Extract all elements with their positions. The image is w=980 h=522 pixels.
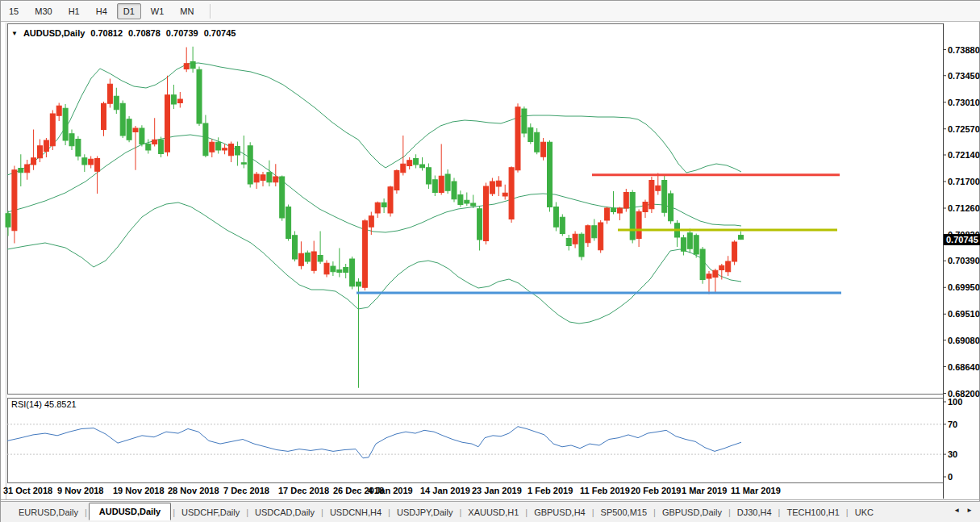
ohlc-high: 0.70878 xyxy=(128,28,161,38)
price-tick-label: 0.71260 xyxy=(948,203,980,213)
price-tick-label: 0.72140 xyxy=(948,150,980,160)
chart-symbol-label: AUDUSD,Daily xyxy=(23,28,85,38)
price-tick-label: 0.73450 xyxy=(948,71,980,81)
trading-app-window: 15M30H1H4D1W1MN ▼ AUDUSD,Daily 0.70812 0… xyxy=(0,0,980,522)
date-axis-label: 17 Dec 2018 xyxy=(278,486,329,495)
date-axis-label: 1 Feb 2019 xyxy=(528,486,573,495)
price-tick-label: 0.68640 xyxy=(948,362,980,372)
chart-dropdown-icon: ▼ xyxy=(11,30,18,37)
date-axis-label: 19 Nov 2018 xyxy=(113,486,165,495)
price-tick-label: 0.71700 xyxy=(948,177,980,186)
panel-frames xyxy=(1,23,980,500)
price-tick-label: 0.69950 xyxy=(948,282,980,292)
rsi-line xyxy=(7,427,741,458)
ohlc-open: 0.70812 xyxy=(90,28,123,38)
candlestick-series xyxy=(6,47,744,388)
date-axis-label: 7 Dec 2018 xyxy=(223,486,269,495)
price-tick-label: 0.72570 xyxy=(948,124,980,134)
date-axis-label: 1 Mar 2019 xyxy=(682,486,727,495)
tab-scroll-left-button[interactable]: ◄ xyxy=(950,504,963,516)
date-axis-label: 14 Jan 2019 xyxy=(420,486,470,495)
date-axis-label: 20 Feb 2019 xyxy=(631,486,681,495)
ohlc-low: 0.70739 xyxy=(166,28,198,38)
price-tick-label: 0.73880 xyxy=(948,45,980,55)
rsi-tick-label: 70 xyxy=(948,420,957,429)
price-tick-label: 0.73010 xyxy=(948,98,980,107)
rsi-tick-label: 100 xyxy=(948,397,962,407)
chart-title: ▼ AUDUSD,Daily 0.70812 0.70878 0.70739 0… xyxy=(11,28,241,38)
date-axis-label: 9 Nov 2018 xyxy=(57,486,103,495)
date-axis-label: 31 Oct 2018 xyxy=(3,486,52,495)
price-tick-label: 0.69080 xyxy=(948,336,980,345)
date-axis-label: 28 Nov 2018 xyxy=(168,486,219,495)
price-tick-label: 0.69510 xyxy=(948,309,980,319)
tab-scroll-right-button[interactable]: ► xyxy=(963,504,976,516)
date-axis-label: 11 Feb 2019 xyxy=(580,486,630,495)
rsi-tick-label: 0 xyxy=(948,472,953,482)
rsi-tick-label: 30 xyxy=(948,449,957,459)
date-axis-label: 4 Jan 2019 xyxy=(368,486,413,495)
chart-canvas[interactable] xyxy=(1,1,980,522)
rsi-indicator-label: RSI(14) 45.8521 xyxy=(11,399,77,409)
tab-scroll-arrows: ◄ ► xyxy=(950,504,976,516)
date-axis-label: 23 Jan 2019 xyxy=(472,486,522,495)
date-axis-label: 11 Mar 2019 xyxy=(731,486,781,495)
price-tick-label: 0.70390 xyxy=(948,256,980,265)
ohlc-close: 0.70745 xyxy=(204,28,236,38)
current-price-badge: 0.70745 xyxy=(944,234,980,245)
